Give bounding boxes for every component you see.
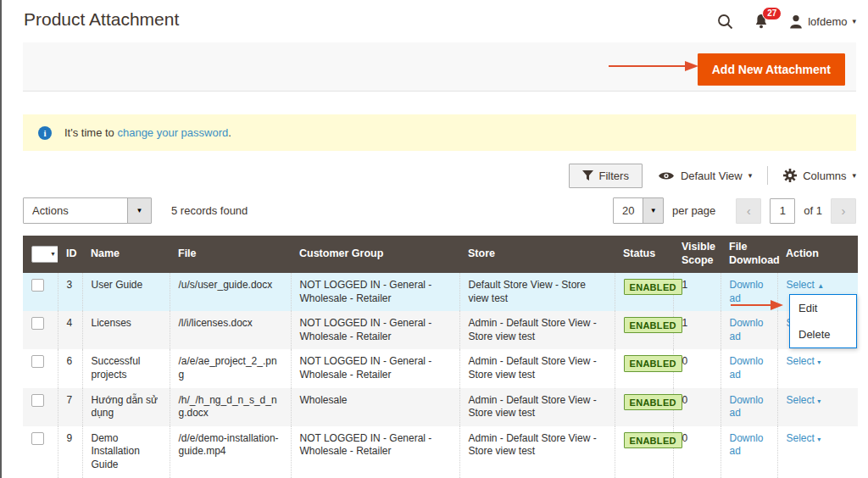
actions-select-value: Actions [24,198,127,223]
page-actions-band: Add New Attachment [23,42,856,92]
view-switcher[interactable]: Default View ▾ [658,170,752,182]
caret-down-icon: ▾ [817,358,821,366]
records-found-text: 5 records found [171,204,248,217]
columns-control[interactable]: Columns ▾ [783,169,856,182]
cell-customer-group: NOT LOGGED IN - General - Wholesale - Re… [291,426,459,478]
gear-icon [783,169,797,182]
user-menu[interactable]: lofdemo ▾ [789,14,856,29]
cell-id: 7 [58,388,82,426]
cell-status: ENABLED [615,426,673,478]
table-row: 7Hướng dẫn sử dụng/h/_/h_ng_d_n_s_d_ng.d… [23,388,858,426]
action-menu-item-delete[interactable]: Delete [790,321,856,347]
row-action-select[interactable]: Select ▾ [787,355,821,367]
row-action-select[interactable]: Select ▲ [787,279,825,291]
cell-file: /a/e/ae_project_2_.png [170,349,291,387]
row-action-select[interactable]: Select ▾ [787,432,821,444]
cell-store: Admin - Default Store View - Store view … [459,349,615,387]
column-header[interactable]: Status [615,236,673,273]
pagination: 20 ▼ per page ‹ of 1 › [613,197,856,224]
previous-page-button[interactable]: ‹ [736,198,761,224]
caret-down-icon: ▼ [50,251,56,258]
select-all-header: ▼ [23,236,58,273]
row-checkbox[interactable] [31,432,44,445]
cell-store: Admin - Default Store View - Store view … [459,388,615,426]
download-link[interactable]: Download [730,432,764,458]
per-page-value: 20 [614,198,643,223]
list-controls: Actions ▼ 5 records found 20 ▼ per page … [23,197,856,225]
caret-down-icon: ▼ [127,198,151,223]
current-page-input[interactable] [770,198,795,224]
download-link[interactable]: Download [730,394,764,420]
cell-customer-group: Wholesale [291,388,459,426]
row-checkbox[interactable] [31,317,44,330]
grid-body: 3User Guide/u/s/user_guide.docxNOT LOGGE… [23,273,858,478]
cell-file-download: Download [721,311,777,349]
column-header[interactable]: File Download [721,236,777,273]
next-page-button[interactable]: › [831,198,856,224]
user-icon [789,14,803,29]
cell-name: User Guide [82,273,170,311]
table-row: 9Demo Installation Guide/d/e/demo-instal… [23,426,858,478]
table-row: 4Licenses/l/i/licenses.docxNOT LOGGED IN… [23,311,858,349]
filter-funnel-icon [582,170,593,181]
top-header: Product Attachment 27 lofdemo ▾ [2,0,868,42]
change-password-link[interactable]: change your password [117,126,228,139]
column-header[interactable]: Store [459,236,615,273]
grid-toolbar: Filters Default View ▾ Columns ▾ [569,162,857,189]
notification-count-badge: 27 [762,7,782,20]
add-new-attachment-button[interactable]: Add New Attachment [698,53,845,86]
cell-status: ENABLED [615,311,673,349]
search-icon[interactable] [717,14,733,30]
header-icons: 27 lofdemo ▾ [717,0,856,42]
status-badge: ENABLED [624,317,682,333]
product-attachment-page: Product Attachment 27 lofdemo ▾ Add New … [0,0,868,478]
cell-id: 3 [58,273,82,311]
column-header[interactable]: File [170,236,291,273]
row-select-cell [23,349,58,387]
filters-label: Filters [599,170,629,182]
cell-status: ENABLED [615,273,673,311]
cell-store: Admin - Default Store View - Store view … [459,426,615,478]
actions-select[interactable]: Actions ▼ [23,197,152,224]
cell-customer-group: NOT LOGGED IN - General - Wholesale - Re… [291,273,459,311]
eye-icon [658,170,675,181]
column-header[interactable]: Customer Group [291,236,459,273]
cell-file-download: Download [721,349,777,387]
cell-id: 6 [58,349,82,387]
status-badge: ENABLED [624,355,682,371]
caret-down-icon: ▾ [852,17,856,25]
status-badge: ENABLED [624,394,682,410]
notifications-bell-icon[interactable]: 27 [754,14,769,30]
caret-down-icon: ▾ [817,436,821,443]
caret-down-icon: ▾ [852,171,856,180]
action-menu-item-edit[interactable]: Edit [790,295,856,321]
per-page-select[interactable]: 20 ▼ [613,197,664,224]
message-text: It's time to change your password. [64,126,231,139]
row-action-select[interactable]: Select ▾ [787,394,821,406]
column-header[interactable]: Name [82,236,170,273]
row-checkbox[interactable] [31,394,44,407]
row-select-cell [23,426,58,478]
row-checkbox[interactable] [31,279,44,292]
row-checkbox[interactable] [31,355,44,368]
row-action-menu: EditDelete [789,294,857,348]
cell-file-download: Download [721,426,777,478]
chevron-right-icon: › [842,203,846,218]
select-all-checkbox-dropdown[interactable]: ▼ [31,246,60,263]
column-header[interactable]: ID [58,236,82,273]
filters-button[interactable]: Filters [569,164,643,188]
download-link[interactable]: Download [730,355,764,381]
cell-id: 9 [58,426,82,478]
download-link[interactable]: Download [730,279,764,304]
column-header[interactable]: Action [777,236,858,273]
download-link[interactable]: Download [730,317,764,342]
columns-label: Columns [803,170,846,182]
cell-name: Licenses [82,311,170,349]
row-select-cell [23,388,58,426]
row-select-cell [23,273,58,311]
cell-action: Select ▾ [777,426,858,478]
cell-file-download: Download [721,273,777,311]
message-suffix: . [228,126,231,139]
table-row: 3User Guide/u/s/user_guide.docxNOT LOGGE… [23,273,858,311]
column-header[interactable]: Visible Scope [673,236,721,273]
